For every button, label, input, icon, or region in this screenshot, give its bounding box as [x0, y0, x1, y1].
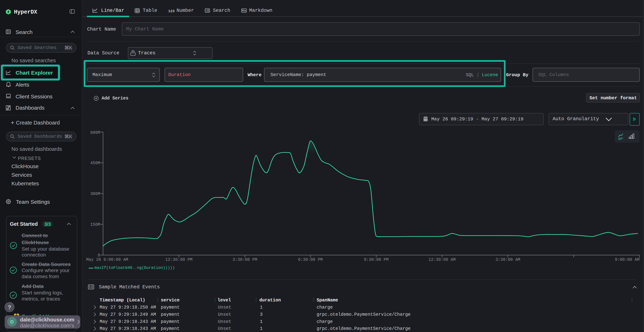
svg-text:9:00:00 AM: 9:00:00 AM — [615, 258, 640, 262]
svg-text:300M: 300M — [90, 192, 100, 196]
svg-text:600M: 600M — [90, 130, 100, 135]
svg-text:12:30:00 PM: 12:30:00 PM — [165, 258, 192, 262]
svg-text:3:30:00 PM: 3:30:00 PM — [232, 258, 257, 262]
svg-text:May 26 9:00:00 AM: May 26 9:00:00 AM — [86, 258, 128, 262]
svg-text:0: 0 — [98, 253, 100, 258]
svg-text:12:30:00 AM: 12:30:00 AM — [428, 258, 456, 262]
svg-text:6:30:00 PM: 6:30:00 PM — [298, 258, 323, 262]
svg-text:150M: 150M — [90, 222, 100, 227]
svg-text:3:30:00 AM: 3:30:00 AM — [496, 258, 520, 262]
svg-text:450M: 450M — [90, 161, 100, 166]
svg-text:9:30:00 PM: 9:30:00 PM — [364, 258, 388, 262]
